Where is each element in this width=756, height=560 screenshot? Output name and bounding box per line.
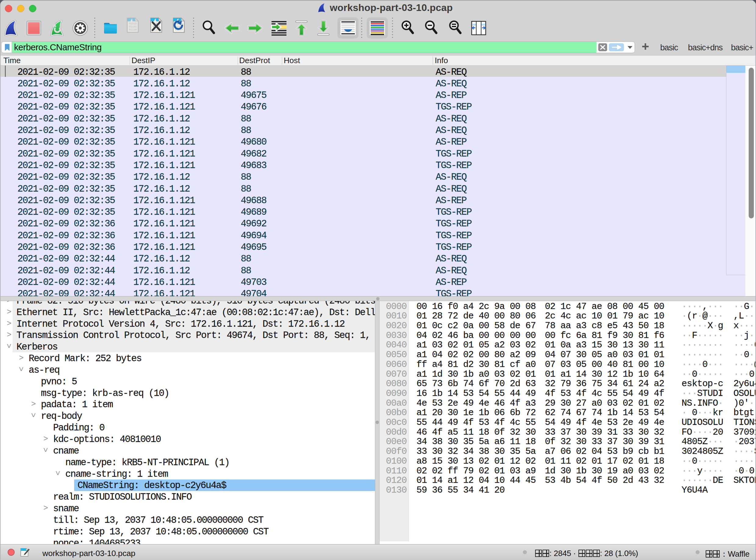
svg-text:01110: 01110 (129, 28, 137, 32)
svg-text:01101: 01101 (129, 25, 137, 28)
svg-text:01010: 01010 (129, 22, 137, 25)
